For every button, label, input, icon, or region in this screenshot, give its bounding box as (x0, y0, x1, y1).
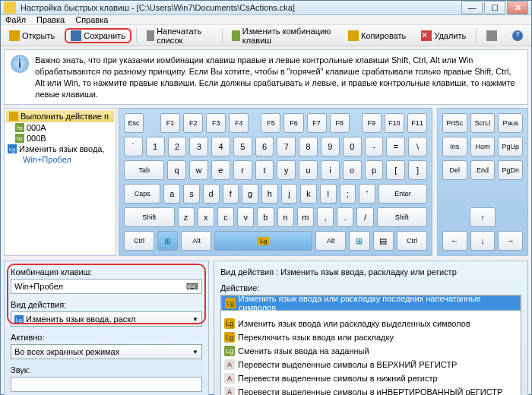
key-a[interactable]: a (163, 184, 180, 204)
type-select[interactable]: LgИзменить язык ввода, раскл▼ (11, 311, 202, 327)
key-1[interactable]: 1 (146, 137, 165, 156)
key-f4[interactable]: F4 (229, 113, 249, 133)
key-f7[interactable]: F7 (307, 113, 327, 133)
key-\[interactable]: \ (408, 137, 427, 156)
key-w[interactable]: w (189, 160, 208, 180)
key-,[interactable]: , (317, 207, 334, 227)
action-row[interactable]: LgИзменить язык ввода или раскладку выде… (221, 317, 521, 330)
key-shift-r[interactable]: Shift (377, 207, 428, 227)
key-o[interactable]: o (343, 160, 362, 180)
key-`[interactable]: ` (124, 137, 143, 156)
key-ctrl-l[interactable]: Ctrl (124, 231, 154, 251)
key-ins[interactable]: Ins (442, 137, 467, 156)
key-8[interactable]: 8 (299, 137, 318, 156)
key-scrl[interactable]: ScrLl (470, 113, 496, 133)
key-right[interactable]: → (498, 231, 523, 251)
action-list[interactable]: LgИзменить язык ввода или раскладку посл… (220, 295, 521, 395)
key-p[interactable]: p (365, 160, 384, 180)
sound-field[interactable] (11, 377, 202, 392)
key-home[interactable]: Hom (470, 137, 496, 156)
key-esc[interactable]: Esc (124, 113, 144, 133)
key-u[interactable]: u (299, 160, 318, 180)
key-f9[interactable]: F9 (362, 113, 382, 133)
key-c[interactable]: c (217, 207, 234, 227)
key-][interactable]: ] (408, 160, 427, 180)
delete-button[interactable]: ✕Удалить (416, 28, 471, 43)
menu-help[interactable]: Справка (75, 15, 108, 24)
key-up[interactable]: ↑ (470, 207, 496, 227)
change-combo-button[interactable]: Изменить комбинацию клавиш (226, 24, 338, 47)
key-f1[interactable]: F1 (160, 113, 180, 133)
key-l[interactable]: l (320, 184, 337, 204)
key-end[interactable]: End (470, 160, 496, 180)
key-alt-l[interactable]: Alt (181, 231, 211, 251)
key-f6[interactable]: F6 (283, 113, 303, 133)
key-f2[interactable]: F2 (183, 113, 203, 133)
open-button[interactable]: Открыть (4, 28, 60, 43)
key-4[interactable]: 4 (211, 137, 230, 156)
key-j[interactable]: j (281, 184, 298, 204)
key-pgup[interactable]: PgUp (498, 137, 523, 156)
key-left[interactable]: ← (442, 231, 467, 251)
key-t[interactable]: t (255, 160, 274, 180)
action-row[interactable]: AПеревести выделенные символы в ВЕРХНИЙ … (221, 358, 521, 371)
key-d[interactable]: d (203, 184, 220, 204)
help-button[interactable]: ? (507, 28, 528, 43)
key-5[interactable]: 5 (233, 137, 252, 156)
tree-item[interactable]: hx000B (6, 133, 114, 144)
action-row[interactable]: AПеревести выделенные символы в нижний р… (221, 371, 521, 385)
key-[[interactable]: [ (386, 160, 405, 180)
action-row[interactable]: LgСменить язык ввода на заданный (221, 344, 521, 358)
save-button[interactable]: Сохранить (65, 28, 131, 43)
key-7[interactable]: 7 (277, 137, 296, 156)
key-f10[interactable]: F10 (385, 113, 404, 133)
key-k[interactable]: k (300, 184, 317, 204)
key-win-r[interactable]: ⊞ (349, 231, 369, 251)
key-menu[interactable]: ▤ (373, 231, 394, 251)
key-.[interactable]: . (337, 207, 353, 227)
key-tab[interactable]: Tab (124, 160, 164, 180)
key-v[interactable]: v (237, 207, 254, 227)
maximize-button[interactable]: ☐ (484, 1, 505, 14)
key-0[interactable]: 0 (343, 137, 362, 156)
key-caps[interactable]: Caps (124, 184, 160, 204)
key-f11[interactable]: F11 (407, 113, 427, 133)
key-alt-r[interactable]: Alt (315, 231, 346, 251)
key-9[interactable]: 9 (321, 137, 340, 156)
key-win-l[interactable]: ⊞ (157, 231, 178, 251)
action-row[interactable]: LgПереключить язык ввода или раскладку (221, 330, 521, 344)
key-pause[interactable]: Paus (498, 113, 523, 133)
key--[interactable]: - (365, 137, 384, 156)
key-s[interactable]: s (183, 184, 200, 204)
key-=[interactable]: = (386, 137, 405, 156)
action-tree[interactable]: Выполнить действие п hx000A hx000B LgИзм… (4, 108, 116, 256)
key-b[interactable]: b (257, 207, 274, 227)
key-space[interactable]: Lg (214, 231, 312, 251)
key-2[interactable]: 2 (168, 137, 187, 156)
key-f3[interactable]: F3 (206, 113, 226, 133)
tree-item[interactable]: Win+Пробел (6, 154, 114, 165)
key-h[interactable]: h (261, 184, 278, 204)
key-i[interactable]: i (321, 160, 340, 180)
key-y[interactable]: y (277, 160, 296, 180)
key-ctrl-r[interactable]: Ctrl (397, 231, 427, 251)
key-f5[interactable]: F5 (261, 113, 280, 133)
key-;[interactable]: ; (340, 184, 356, 204)
close-button[interactable]: ✕ (507, 1, 528, 14)
key-del[interactable]: Del (442, 160, 467, 180)
key-pgdn[interactable]: PgDn (498, 160, 523, 180)
key-/[interactable]: / (356, 207, 373, 227)
minimize-button[interactable]: — (461, 1, 483, 14)
key-r[interactable]: r (233, 160, 252, 180)
tree-header[interactable]: Выполнить действие п (6, 110, 114, 122)
key-e[interactable]: e (211, 160, 230, 180)
key-g[interactable]: g (242, 184, 258, 204)
key-z[interactable]: z (178, 207, 195, 227)
key-shift-l[interactable]: Shift (124, 207, 175, 227)
key-n[interactable]: n (277, 207, 294, 227)
key-6[interactable]: 6 (255, 137, 274, 156)
action-row[interactable]: LgИзменить язык ввода или раскладку посл… (221, 295, 521, 311)
key-prtsc[interactable]: PrtSc (442, 113, 467, 133)
key-x[interactable]: x (198, 207, 214, 227)
key-'[interactable]: ' (359, 184, 375, 204)
